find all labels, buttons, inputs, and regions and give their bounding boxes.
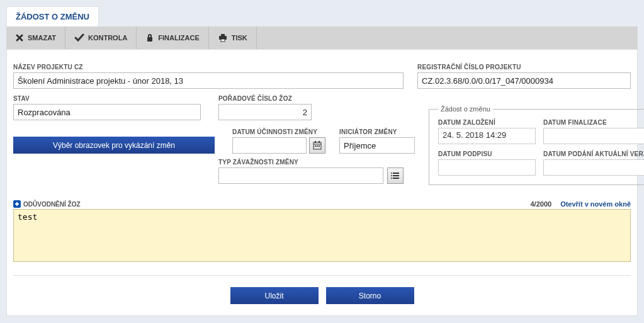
tab-request-change[interactable]: ŽÁDOST O ZMĚNU: [6, 6, 99, 26]
print-label: TISK: [232, 34, 247, 42]
request-meta-legend: Žádost o změnu: [438, 105, 493, 113]
form-content: NÁZEV PROJEKTU CZ REGISTRAČNÍ ČÍSLO PROJ…: [6, 49, 638, 316]
submitted-value: [543, 159, 644, 176]
close-icon: [15, 33, 24, 42]
created-value: 24. 5. 2018 14:29: [438, 128, 536, 144]
svg-point-16: [391, 178, 392, 179]
check-icon: [74, 33, 84, 42]
eff-date-field[interactable]: [232, 137, 307, 154]
svg-rect-0: [147, 37, 152, 42]
check-label: KONTROLA: [88, 34, 127, 42]
finalized-value: [543, 128, 644, 144]
severity-field[interactable]: [218, 167, 383, 184]
justification-label: ODŮVODNĚNÍ ŽOZ: [13, 200, 81, 208]
reg-no-label: REGISTRAČNÍ ČÍSLO PROJEKTU: [417, 64, 631, 71]
svg-rect-2: [221, 34, 225, 37]
submitted-label: DATUM PODÁNÍ AKTUÁLNÍ VERZE ŽÁDOSTI: [543, 150, 644, 157]
request-meta-box: Žádost o změnu DATUM ZALOŽENÍ 24. 5. 201…: [429, 105, 644, 185]
check-button[interactable]: KONTROLA: [65, 26, 137, 49]
seq-no-field[interactable]: [218, 104, 312, 120]
list-icon[interactable]: [387, 167, 404, 184]
calendar-icon[interactable]: [309, 137, 325, 154]
severity-label: TYP ZÁVAŽNOSTI ZMĚNY: [218, 159, 404, 166]
project-name-label: NÁZEV PROJEKTU CZ: [13, 64, 404, 71]
eff-date-label: DATUM ÚČINNOSTI ZMĚNY: [232, 128, 325, 135]
svg-rect-10: [319, 145, 320, 147]
finalize-button[interactable]: FINALIZACE: [137, 26, 208, 49]
signed-value: [438, 159, 536, 176]
created-label: DATUM ZALOŽENÍ: [438, 119, 536, 126]
open-in-new-window[interactable]: Otevřít v novém okně: [560, 200, 631, 208]
initiator-label: INICIÁTOR ZMĚNY: [339, 128, 415, 135]
finalize-label: FINALIZACE: [158, 34, 199, 42]
svg-rect-9: [317, 145, 318, 147]
toolbar: SMAZAT KONTROLA FINALIZACE TISK: [6, 26, 638, 49]
reg-no-field[interactable]: [417, 72, 631, 89]
svg-rect-8: [315, 145, 316, 147]
print-icon: [218, 33, 228, 42]
print-button[interactable]: TISK: [209, 26, 257, 49]
lock-icon: [145, 33, 154, 42]
svg-point-14: [391, 173, 392, 174]
seq-no-label: POŘADOVÉ ČÍSLO ŽOZ: [218, 95, 312, 102]
cancel-button[interactable]: Storno: [326, 287, 414, 304]
select-screens-button[interactable]: Výběr obrazovek pro vykázání změn: [13, 137, 215, 154]
state-field[interactable]: [13, 104, 201, 120]
delete-button[interactable]: SMAZAT: [6, 26, 65, 49]
char-counter: 4/2000: [530, 200, 551, 208]
svg-rect-3: [221, 39, 225, 42]
state-label: STAV: [13, 95, 201, 102]
initiator-field[interactable]: [339, 137, 415, 154]
svg-point-15: [391, 175, 392, 176]
signed-label: DATUM PODPISU: [438, 150, 536, 157]
justification-textarea[interactable]: [13, 209, 631, 262]
project-name-field[interactable]: [13, 72, 404, 89]
finalized-label: DATUM FINALIZACE: [543, 119, 644, 126]
save-button[interactable]: Uložit: [230, 287, 319, 304]
delete-label: SMAZAT: [28, 34, 56, 42]
required-icon: [13, 200, 21, 208]
